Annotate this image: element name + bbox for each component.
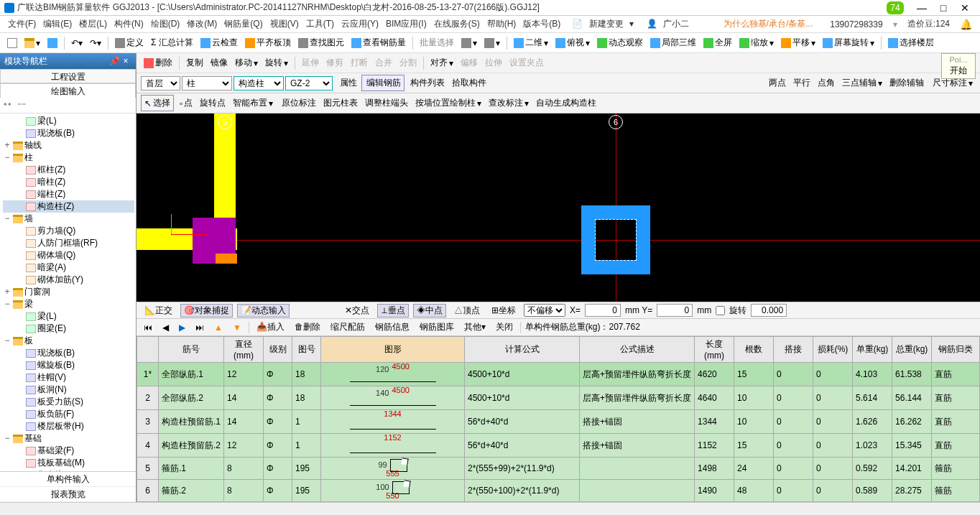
nav-prev-icon[interactable]: ◀ bbox=[160, 323, 172, 333]
redo-button[interactable]: ↷▾ bbox=[87, 37, 104, 50]
menu-view[interactable]: 视图(V) bbox=[267, 18, 302, 30]
table-row[interactable]: 4构造柱预留筋.212Φ1115256*d+40*d搭接+锚固115215001… bbox=[137, 434, 980, 458]
cloud-check-button[interactable]: 云检查 bbox=[198, 35, 241, 50]
tree-item[interactable]: 剪力墙(Q) bbox=[3, 225, 134, 237]
tree-item[interactable]: −梁 bbox=[3, 298, 134, 310]
tree-item[interactable]: −柱 bbox=[3, 152, 134, 164]
menu-rebar[interactable]: 钢筋量(Q) bbox=[221, 18, 266, 30]
component-tree[interactable]: 梁(L) 现浇板(B)+轴线−柱 框柱(Z) 暗柱(Z) 端柱(Z) 构造柱(Z… bbox=[0, 113, 136, 471]
point-angle-button[interactable]: 点角 bbox=[815, 75, 838, 91]
tab-project-settings[interactable]: 工程设置 bbox=[0, 69, 136, 83]
2d-button[interactable]: 二维▾ bbox=[511, 35, 551, 50]
tree-item[interactable]: 板受力筋(S) bbox=[3, 396, 134, 408]
peak-button[interactable]: △顶点 bbox=[450, 304, 484, 317]
three-point-aux-button[interactable]: 三点辅轴▾ bbox=[839, 75, 885, 91]
pick-component-button[interactable]: 拾取构件 bbox=[449, 75, 489, 91]
tree-item[interactable]: 板洞(N) bbox=[3, 384, 134, 396]
tree-item[interactable]: 基础梁(F) bbox=[3, 445, 134, 457]
table-row[interactable]: 1*全部纵筋.112Φ1812045004500+10*d层高+预留埋件纵筋弯折… bbox=[137, 363, 980, 386]
select-floor-button[interactable]: 选择楼层 bbox=[885, 35, 937, 50]
trim-button[interactable]: 修剪 bbox=[323, 55, 346, 70]
tree-item[interactable]: +轴线 bbox=[3, 139, 134, 152]
menu-bim[interactable]: BIM应用(I) bbox=[382, 18, 430, 30]
tree-item[interactable]: 圈梁(E) bbox=[3, 323, 134, 335]
tree-item[interactable]: 人防门框墙(RF) bbox=[3, 237, 134, 249]
split-button[interactable]: 分割 bbox=[397, 55, 420, 70]
close-button[interactable]: ✕ bbox=[954, 2, 976, 14]
tree-item[interactable]: 梁(L) bbox=[3, 115, 134, 127]
help-link[interactable]: 为什么独基/承台/条基... bbox=[720, 18, 817, 30]
table-close-button[interactable]: 关闭 bbox=[493, 321, 516, 333]
tree-item[interactable]: 砌体加筋(Y) bbox=[3, 274, 134, 286]
local-3d-button[interactable]: 局部三维 bbox=[647, 35, 699, 50]
view-rebar-button[interactable]: 查看钢筋量 bbox=[348, 35, 409, 50]
column-table-button[interactable]: 图元柱表 bbox=[320, 96, 361, 111]
nav-next-icon[interactable]: ▶ bbox=[176, 323, 188, 333]
tab-drawing-input[interactable]: 绘图输入 bbox=[0, 83, 136, 98]
table-row[interactable]: 2全部纵筋.214Φ1814045004500+10*d层高+预留埋件纵筋弯折长… bbox=[137, 386, 980, 410]
component-list-button[interactable]: 构件列表 bbox=[406, 75, 448, 91]
menu-edit[interactable]: 编辑(E) bbox=[40, 18, 75, 30]
type-combo[interactable]: 柱 bbox=[182, 76, 232, 91]
menu-online[interactable]: 在线服务(S) bbox=[430, 18, 484, 30]
name-combo[interactable]: GZ-2 bbox=[285, 76, 333, 91]
draw-by-wall-button[interactable]: 按墙位置绘制柱▾ bbox=[412, 96, 484, 111]
adjust-end-button[interactable]: 调整柱端头 bbox=[362, 96, 411, 111]
scale-rebar-button[interactable]: 缩尺配筋 bbox=[328, 321, 368, 333]
user-button[interactable]: 👤 广小二 bbox=[643, 18, 696, 30]
copy-button[interactable]: 复制 bbox=[183, 55, 206, 70]
orbit-button[interactable]: 动态观察 bbox=[594, 35, 646, 50]
rotate-checkbox[interactable] bbox=[716, 306, 725, 315]
tree-item[interactable]: 现浇板(B) bbox=[3, 347, 134, 359]
nav-last-icon[interactable]: ⏭ bbox=[193, 323, 207, 333]
tree-item[interactable]: −板 bbox=[3, 335, 134, 347]
save-button[interactable] bbox=[45, 37, 60, 50]
tree-item[interactable]: 暗梁(A) bbox=[3, 261, 134, 274]
minimize-button[interactable]: — bbox=[911, 2, 933, 14]
single-component-button[interactable]: 单构件输入 bbox=[0, 472, 136, 487]
rebar-table[interactable]: 筋号直径(mm)级别图号图形计算公式公式描述长度(mm)根数搭接损耗(%)单重(… bbox=[137, 336, 980, 502]
menu-tools[interactable]: 工具(T) bbox=[302, 18, 338, 30]
collapse-icon[interactable]: ⁻⁻ bbox=[17, 101, 26, 111]
offset-combo[interactable]: 不偏移 bbox=[524, 304, 565, 317]
tree-item[interactable]: −墙 bbox=[3, 213, 134, 225]
component-combo[interactable]: 构造柱 bbox=[234, 76, 284, 91]
tree-item[interactable]: 楼层板带(H) bbox=[3, 420, 134, 432]
grip-button[interactable]: 设置夹点 bbox=[507, 55, 547, 70]
menu-draw[interactable]: 绘图(D) bbox=[147, 18, 184, 30]
tree-item[interactable]: 筏板基础(M) bbox=[3, 457, 134, 469]
parallel-button[interactable]: 平行 bbox=[790, 75, 813, 91]
insert-button[interactable]: 📥插入 bbox=[254, 321, 287, 333]
tree-item[interactable]: 梁(L) bbox=[3, 310, 134, 323]
menu-cloud[interactable]: 云应用(Y) bbox=[338, 18, 382, 30]
tree-item[interactable]: 板负筋(F) bbox=[3, 408, 134, 420]
inplace-dim-button[interactable]: 原位标注 bbox=[279, 96, 319, 111]
top-view-button[interactable]: 俯视▾ bbox=[553, 35, 593, 50]
table-row[interactable]: 3构造柱预留筋.114Φ1134456*d+40*d搭接+锚固134410001… bbox=[137, 410, 980, 434]
menu-floor[interactable]: 楼层(L) bbox=[75, 18, 111, 30]
maximize-button[interactable]: □ bbox=[933, 2, 954, 14]
tree-item[interactable]: 现浇板(B) bbox=[3, 127, 134, 139]
move-button[interactable]: 移动▾ bbox=[232, 55, 261, 70]
tree-item[interactable]: 框柱(Z) bbox=[3, 164, 134, 176]
nav-first-icon[interactable]: ⏮ bbox=[141, 323, 155, 333]
delete-aux-button[interactable]: 删除辅轴 bbox=[887, 75, 927, 91]
y-input[interactable] bbox=[657, 304, 693, 317]
drawing-canvas[interactable]: 5 6 A1 bbox=[137, 113, 980, 302]
auto-gen-button[interactable]: 自动生成构造柱 bbox=[533, 96, 599, 111]
tree-item[interactable]: −基础 bbox=[3, 432, 134, 445]
expand-icon[interactable]: ⁺⁺ bbox=[3, 101, 11, 111]
mid-button[interactable]: ◈中点 bbox=[413, 304, 446, 317]
report-preview-button[interactable]: 报表预览 bbox=[0, 487, 136, 502]
nav-down-icon[interactable]: ▼ bbox=[230, 323, 244, 333]
tree-item[interactable]: 柱帽(V) bbox=[3, 371, 134, 384]
extend-button[interactable]: 延伸 bbox=[299, 55, 322, 70]
menu-modify[interactable]: 修改(M) bbox=[183, 18, 221, 30]
tree-item[interactable]: 砌体墙(Q) bbox=[3, 249, 134, 261]
menu-component[interactable]: 构件(N) bbox=[111, 18, 147, 30]
pan-button[interactable]: 平移▾ bbox=[778, 35, 818, 50]
tree-item[interactable]: 端柱(Z) bbox=[3, 188, 134, 200]
point-button[interactable]: ▫ 点 bbox=[177, 96, 195, 111]
select-tool-button[interactable]: ↖ 选择 bbox=[141, 95, 174, 111]
smart-layout-button[interactable]: 智能布置▾ bbox=[230, 96, 276, 111]
